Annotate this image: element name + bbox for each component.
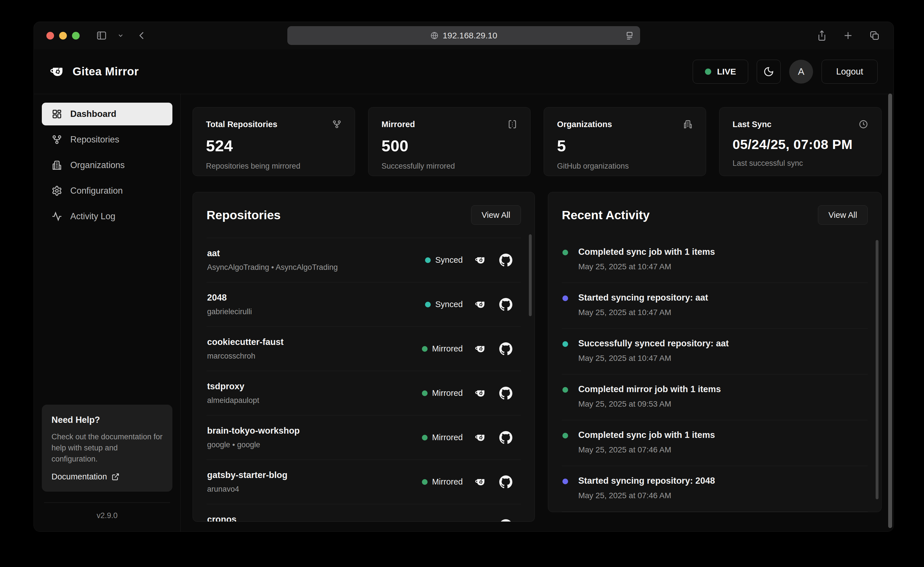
live-status-badge[interactable]: LIVE <box>693 60 748 84</box>
stat-value: 5 <box>557 136 693 155</box>
github-icon[interactable] <box>499 519 512 522</box>
app-header: Gitea Mirror LIVE A Logout <box>34 49 894 94</box>
sidebar-item-repositories[interactable]: Repositories <box>42 128 173 151</box>
repo-row[interactable]: brain-tokyo-workshop google • google Mir… <box>207 415 521 459</box>
activity-text: Completed sync job with 1 items <box>578 430 868 440</box>
minimize-window-button[interactable] <box>59 32 67 39</box>
gear-icon <box>51 185 62 196</box>
repo-name: brain-tokyo-workshop <box>207 426 300 436</box>
activity-item[interactable]: Completed sync job with 1 items May 25, … <box>562 237 868 283</box>
sidebar-item-label: Dashboard <box>70 109 116 119</box>
repo-status-label: Synced <box>435 300 463 309</box>
repo-owner: almeidapaulopt <box>207 396 259 405</box>
activity-view-all-button[interactable]: View All <box>818 205 868 225</box>
logout-button[interactable]: Logout <box>822 60 877 84</box>
activity-item[interactable]: Completed sync job with 1 items May 25, … <box>562 420 868 466</box>
avatar-initial: A <box>798 66 805 77</box>
activity-item[interactable]: Successfully synced repository: aat May … <box>562 329 868 375</box>
reader-view-icon[interactable] <box>625 31 634 40</box>
gitea-cup-icon[interactable] <box>475 388 487 399</box>
gitea-cup-icon[interactable] <box>475 344 487 354</box>
external-link-icon <box>111 473 119 481</box>
activity-timestamp: May 25, 2025 at 09:53 AM <box>578 399 868 409</box>
status-dot <box>425 257 431 263</box>
github-icon[interactable] <box>499 431 512 444</box>
repo-row[interactable]: 2048 gabrielecirulli Synced <box>207 282 521 326</box>
zoom-window-button[interactable] <box>72 32 80 39</box>
repo-name: aat <box>207 248 338 258</box>
repo-status-label: Mirrored <box>432 477 463 486</box>
repo-status-label: Mirrored <box>432 521 463 522</box>
theme-toggle-button[interactable] <box>757 60 781 84</box>
new-tab-icon[interactable] <box>843 30 853 40</box>
activity-list: Completed sync job with 1 items May 25, … <box>562 237 868 512</box>
activity-text: Successfully synced repository: aat <box>578 338 868 349</box>
activity-dot <box>562 478 568 484</box>
sidebar: Dashboard Repositories Organizations <box>34 94 181 531</box>
sidebar-item-organizations[interactable]: Organizations <box>42 154 173 177</box>
sidebar-item-label: Repositories <box>70 135 119 145</box>
stat-label: Total Repositories <box>206 120 277 129</box>
git-fork-icon <box>51 134 62 145</box>
sidebar-item-dashboard[interactable]: Dashboard <box>42 103 173 125</box>
chevron-down-icon[interactable] <box>117 32 124 39</box>
activity-item[interactable]: Started syncing repository: aat May 25, … <box>562 283 868 329</box>
repo-row[interactable]: tsdproxy almeidapaulopt Mirrored <box>207 371 521 415</box>
stat-card-mirrored: Mirrored 500 Successfully mirrored <box>368 107 530 176</box>
github-icon[interactable] <box>499 254 512 267</box>
gitea-cup-icon <box>50 64 66 79</box>
documentation-link[interactable]: Documentation <box>51 472 163 482</box>
share-icon[interactable] <box>817 30 827 41</box>
stat-label: Mirrored <box>382 120 415 129</box>
back-icon[interactable] <box>137 31 147 40</box>
repo-status-badge: Mirrored <box>422 477 463 486</box>
sidebar-toggle-icon[interactable] <box>96 30 108 41</box>
repo-status-badge: Mirrored <box>422 521 463 522</box>
gitea-cup-icon[interactable] <box>475 477 487 488</box>
gitea-cup-icon[interactable] <box>475 432 487 443</box>
repo-row[interactable]: gatsby-starter-blog arunavo4 Mirrored <box>207 459 521 504</box>
activity-item[interactable]: Completed mirror job with 1 items May 25… <box>562 375 868 420</box>
activity-text: Started syncing repository: 2048 <box>578 476 868 486</box>
sidebar-divider <box>44 502 170 503</box>
activity-scrollbar[interactable] <box>876 240 879 500</box>
github-icon[interactable] <box>499 298 512 311</box>
stat-label: Organizations <box>557 120 612 129</box>
gitea-cup-icon[interactable] <box>475 520 487 522</box>
sidebar-item-configuration[interactable]: Configuration <box>42 179 173 202</box>
app-logo[interactable]: Gitea Mirror <box>50 64 139 79</box>
mirror-brackets-icon <box>508 119 517 129</box>
globe-icon <box>430 31 439 40</box>
stats-row: Total Repositories 524 Repositories bein… <box>192 107 882 176</box>
repositories-view-all-button[interactable]: View All <box>471 205 521 225</box>
status-dot <box>422 390 428 396</box>
repo-status-badge: Mirrored <box>422 388 463 398</box>
gitea-cup-icon[interactable] <box>475 255 487 266</box>
repo-row[interactable]: aat AsyncAlgoTrading • AsyncAlgoTrading … <box>207 238 521 282</box>
github-icon[interactable] <box>499 387 512 400</box>
repo-row[interactable]: cronos Mirrored <box>207 504 521 522</box>
page-scrollbar[interactable] <box>888 93 892 528</box>
activity-dot <box>562 341 568 347</box>
activity-item[interactable]: Started syncing repository: 2048 May 25,… <box>562 466 868 512</box>
activity-text: Completed sync job with 1 items <box>578 247 868 257</box>
github-icon[interactable] <box>499 342 512 356</box>
close-window-button[interactable] <box>47 32 54 39</box>
sidebar-item-label: Configuration <box>70 186 123 196</box>
stat-card-last-sync: Last Sync 05/24/25, 07:08 PM Last succes… <box>719 107 882 176</box>
repositories-scrollbar[interactable] <box>529 234 532 316</box>
activity-timestamp: May 25, 2025 at 10:47 AM <box>578 354 868 363</box>
tab-overview-icon[interactable] <box>869 30 880 41</box>
sidebar-item-activity-log[interactable]: Activity Log <box>42 205 173 228</box>
github-icon[interactable] <box>499 476 512 489</box>
repo-row[interactable]: cookiecutter-faust marcosschroh Mirrored <box>207 326 521 371</box>
gitea-cup-icon[interactable] <box>475 299 487 310</box>
user-avatar[interactable]: A <box>789 60 813 84</box>
url-bar[interactable]: 192.168.29.10 <box>287 26 640 45</box>
stat-card-organizations: Organizations 5 GitHub organizations <box>544 107 706 176</box>
recent-activity-title: Recent Activity <box>562 208 650 222</box>
activity-dot <box>562 433 568 438</box>
status-dot <box>422 346 428 352</box>
activity-item[interactable]: Successfully synced repository: 2048 May… <box>562 512 868 512</box>
activity-dot <box>562 296 568 301</box>
